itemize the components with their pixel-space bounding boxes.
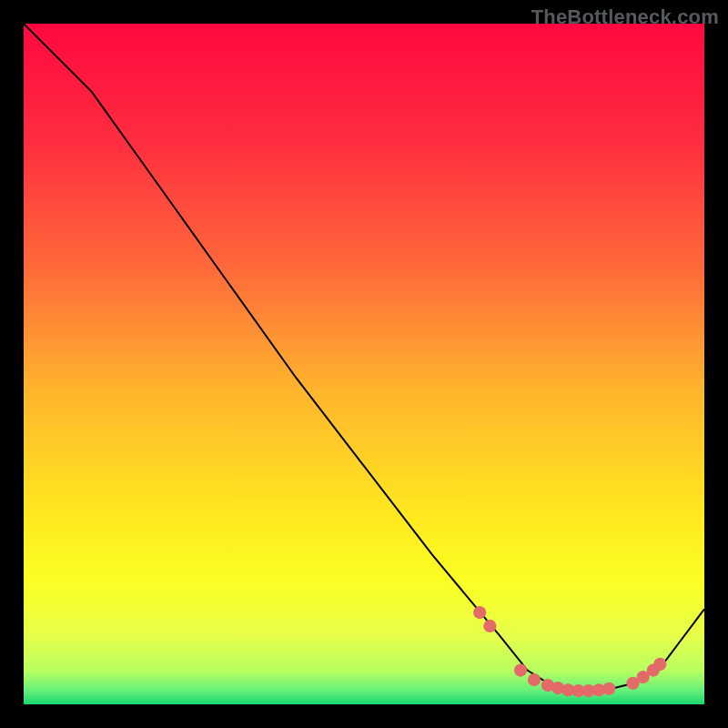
data-marker: [473, 606, 486, 619]
data-marker: [653, 658, 666, 671]
data-marker: [602, 682, 615, 695]
data-marker: [514, 663, 527, 676]
bottleneck-chart: [24, 24, 704, 704]
data-marker: [528, 673, 541, 686]
gradient-plot-area: [24, 24, 704, 704]
watermark-text: TheBottleneck.com: [531, 5, 719, 29]
data-marker: [483, 620, 496, 632]
